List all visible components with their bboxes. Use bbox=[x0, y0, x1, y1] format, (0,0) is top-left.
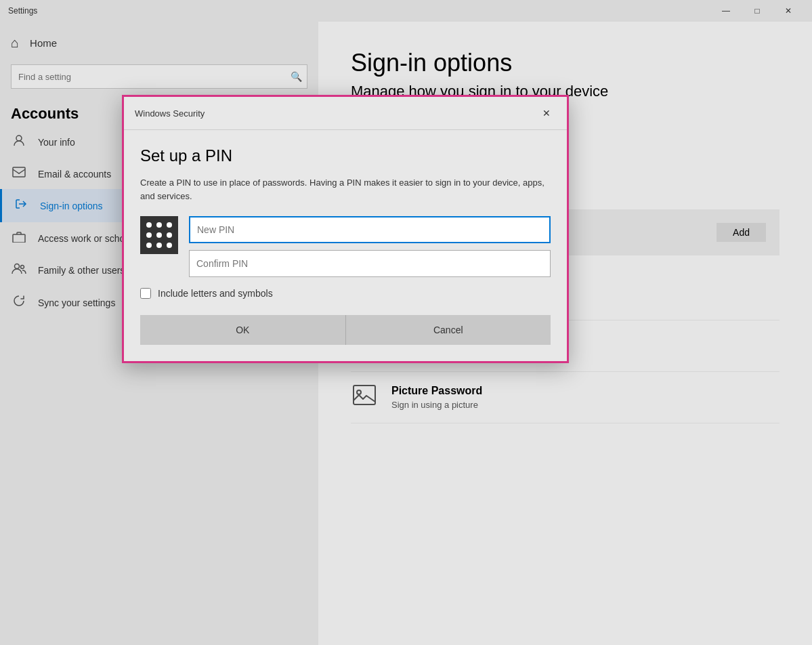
include-letters-label[interactable]: Include letters and symbols bbox=[158, 288, 273, 299]
keypad-dot-4 bbox=[146, 232, 152, 238]
keypad-dot-1 bbox=[146, 222, 152, 228]
keypad-dot-8 bbox=[156, 243, 162, 248]
dialog-description: Create a PIN to use in place of password… bbox=[140, 176, 551, 203]
ok-button[interactable]: OK bbox=[140, 315, 345, 345]
dialog-buttons: OK Cancel bbox=[140, 315, 551, 345]
dialog-body: Set up a PIN Create a PIN to use in plac… bbox=[124, 130, 567, 361]
pin-keypad-icon bbox=[140, 216, 178, 254]
keypad-dot-5 bbox=[156, 232, 162, 238]
new-pin-input[interactable] bbox=[189, 216, 551, 243]
cancel-button[interactable]: Cancel bbox=[345, 315, 551, 345]
dialog-heading: Set up a PIN bbox=[140, 146, 551, 165]
pin-fields bbox=[189, 216, 551, 277]
dialog-overlay: Windows Security ✕ Set up a PIN Create a… bbox=[0, 0, 812, 645]
keypad-dot-2 bbox=[156, 222, 162, 228]
dialog-title-bar: Windows Security ✕ bbox=[124, 97, 567, 130]
include-letters-checkbox-container: Include letters and symbols bbox=[140, 288, 551, 299]
dialog-pin-area bbox=[140, 216, 551, 277]
keypad-dot-3 bbox=[167, 222, 172, 228]
confirm-pin-input[interactable] bbox=[189, 250, 551, 277]
windows-security-dialog: Windows Security ✕ Set up a PIN Create a… bbox=[122, 95, 569, 363]
keypad-dot-6 bbox=[167, 232, 172, 238]
keypad-dot-7 bbox=[146, 243, 152, 248]
keypad-dot-9 bbox=[167, 243, 172, 248]
dialog-title: Windows Security bbox=[135, 108, 205, 119]
dialog-close-button[interactable]: ✕ bbox=[537, 104, 556, 123]
include-letters-checkbox[interactable] bbox=[140, 288, 151, 299]
